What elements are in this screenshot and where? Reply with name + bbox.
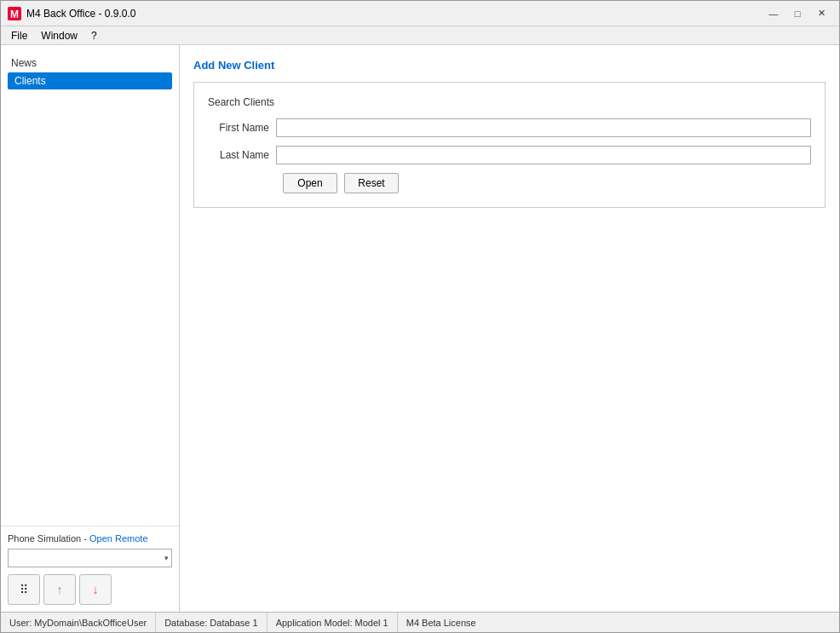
phone-buttons: ⠿ ↑ ↓ bbox=[8, 574, 172, 605]
form-buttons: Open Reset bbox=[208, 173, 811, 193]
add-new-client-link[interactable]: Add New Client bbox=[193, 59, 826, 72]
title-bar: M M4 Back Office - 0.9.0.0 — □ ✕ bbox=[1, 1, 839, 26]
minimize-button[interactable]: — bbox=[762, 5, 785, 22]
status-database: Database: Database 1 bbox=[156, 613, 267, 632]
hangup-icon: ↓ bbox=[93, 583, 99, 596]
first-name-row: First Name bbox=[208, 118, 811, 137]
window-controls: — □ ✕ bbox=[762, 5, 832, 22]
close-button[interactable]: ✕ bbox=[810, 5, 832, 22]
svg-text:M: M bbox=[10, 9, 19, 20]
menu-help[interactable]: ? bbox=[84, 28, 104, 43]
status-license: M4 Beta License bbox=[398, 613, 485, 632]
reset-button[interactable]: Reset bbox=[344, 173, 399, 193]
sidebar: News Clients Phone Simulation - Open Rem… bbox=[1, 45, 180, 612]
last-name-row: Last Name bbox=[208, 146, 811, 164]
dial-button[interactable]: ⠿ bbox=[8, 574, 40, 605]
phone-sim-separator: - bbox=[81, 533, 89, 544]
content-area: Add New Client Search Clients First Name… bbox=[180, 45, 839, 612]
search-section: Search Clients First Name Last Name Open… bbox=[193, 82, 826, 208]
main-layout: News Clients Phone Simulation - Open Rem… bbox=[1, 45, 839, 612]
phone-dropdown[interactable] bbox=[8, 549, 172, 567]
hangup-button[interactable]: ↓ bbox=[79, 574, 112, 605]
open-remote-link[interactable]: Open Remote bbox=[89, 533, 147, 544]
maximize-button[interactable]: □ bbox=[786, 5, 808, 22]
phone-dropdown-wrapper: ▾ bbox=[8, 549, 172, 567]
status-app-model: Application Model: Model 1 bbox=[268, 613, 398, 632]
open-button[interactable]: Open bbox=[283, 173, 337, 193]
dialpad-icon: ⠿ bbox=[20, 583, 28, 596]
phone-sim-label: Phone Simulation bbox=[8, 533, 81, 544]
sidebar-clients-button[interactable]: Clients bbox=[8, 72, 172, 89]
answer-icon: ↑ bbox=[57, 583, 63, 596]
answer-button[interactable]: ↑ bbox=[43, 574, 76, 605]
menu-bar: File Window ? bbox=[1, 26, 839, 45]
first-name-input[interactable] bbox=[276, 118, 811, 137]
sidebar-news-label: News bbox=[4, 55, 175, 71]
sidebar-content: News Clients bbox=[1, 52, 179, 526]
last-name-input[interactable] bbox=[276, 146, 811, 164]
first-name-label: First Name bbox=[208, 122, 276, 134]
app-icon: M bbox=[8, 7, 21, 20]
app-title: M4 Back Office - 0.9.0.0 bbox=[26, 8, 762, 20]
last-name-label: Last Name bbox=[208, 149, 276, 161]
status-user: User: MyDomain\BackOfficeUser bbox=[1, 613, 156, 632]
phone-simulation: Phone Simulation - Open Remote ▾ ⠿ ↑ ↓ bbox=[1, 526, 179, 612]
search-title: Search Clients bbox=[208, 96, 811, 108]
menu-window[interactable]: Window bbox=[34, 28, 84, 43]
status-bar: User: MyDomain\BackOfficeUser Database: … bbox=[1, 612, 839, 632]
phone-sim-header: Phone Simulation - Open Remote bbox=[8, 533, 172, 544]
menu-file[interactable]: File bbox=[4, 28, 34, 43]
